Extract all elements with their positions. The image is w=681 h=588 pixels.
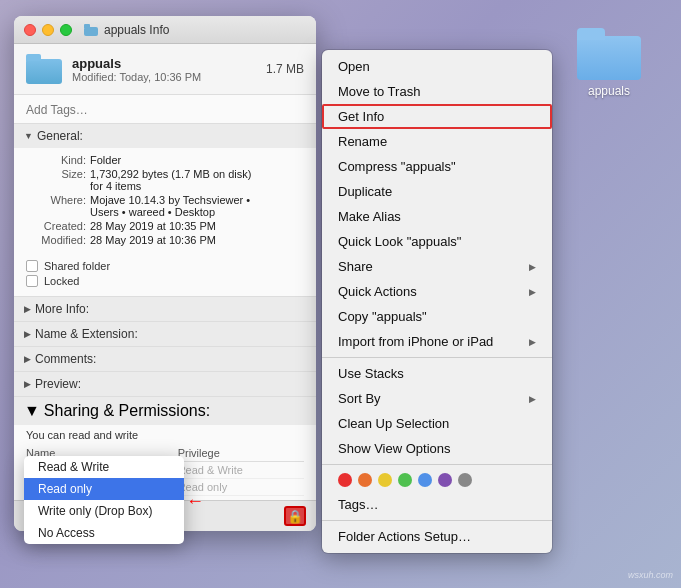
kind-row: Kind: Folder bbox=[26, 154, 304, 166]
sharing-header[interactable]: ▼ Sharing & Permissions: bbox=[14, 397, 316, 425]
ctx-clean-up[interactable]: Clean Up Selection bbox=[322, 411, 552, 436]
color-dot-blue[interactable] bbox=[418, 473, 432, 487]
ctx-sort-by[interactable]: Sort By bbox=[322, 386, 552, 411]
shared-folder-label: Shared folder bbox=[44, 260, 110, 272]
file-info: appuals Modified: Today, 10:36 PM bbox=[72, 56, 256, 83]
folder-icon-large bbox=[26, 54, 62, 84]
general-header[interactable]: ▼ General: bbox=[14, 124, 316, 148]
name-ext-label: Name & Extension: bbox=[35, 327, 138, 341]
perm-priv-0: Read & Write bbox=[178, 464, 304, 476]
bg-folder-label: appuals bbox=[588, 84, 630, 98]
sharing-subtext: You can read and write bbox=[14, 425, 316, 445]
sharing-arrow: ▼ bbox=[24, 402, 40, 420]
window-title: appuals Info bbox=[104, 23, 169, 37]
ctx-open[interactable]: Open bbox=[322, 54, 552, 79]
comments-section[interactable]: ▶ Comments: bbox=[14, 347, 316, 372]
context-menu: Open Move to Trash Get Info Rename Compr… bbox=[322, 50, 552, 553]
ctx-make-alias[interactable]: Make Alias bbox=[322, 204, 552, 229]
ctx-separator-3 bbox=[322, 520, 552, 521]
dropdown-item-readonly[interactable]: Read only bbox=[24, 478, 184, 500]
ctx-separator-2 bbox=[322, 464, 552, 465]
shared-folder-checkbox[interactable] bbox=[26, 260, 38, 272]
more-info-label: More Info: bbox=[35, 302, 89, 316]
general-label: General: bbox=[37, 129, 83, 143]
ctx-copy[interactable]: Copy "appuals" bbox=[322, 304, 552, 329]
modified-val: 28 May 2019 at 10:36 PM bbox=[90, 234, 216, 246]
bg-folder-icon bbox=[577, 28, 641, 80]
kind-key: Kind: bbox=[26, 154, 86, 166]
dropdown-item-writeonly[interactable]: Write only (Drop Box) bbox=[24, 500, 184, 522]
dropdown-item-noaccess[interactable]: No Access bbox=[24, 522, 184, 544]
where-key: Where: bbox=[26, 194, 86, 218]
tags-bar[interactable] bbox=[14, 95, 316, 124]
ctx-move-trash[interactable]: Move to Trash bbox=[322, 79, 552, 104]
ctx-import[interactable]: Import from iPhone or iPad bbox=[322, 329, 552, 354]
color-dot-purple[interactable] bbox=[438, 473, 452, 487]
ctx-get-info[interactable]: Get Info bbox=[322, 104, 552, 129]
ctx-separator-1 bbox=[322, 357, 552, 358]
file-size: 1.7 MB bbox=[266, 62, 304, 76]
size-val: 1,730,292 bytes (1.7 MB on disk) for 4 i… bbox=[90, 168, 251, 192]
modified-key: Modified: bbox=[26, 234, 86, 246]
color-dot-orange[interactable] bbox=[358, 473, 372, 487]
finder-info-window: appuals Info appuals Modified: Today, 10… bbox=[14, 16, 316, 531]
file-name: appuals bbox=[72, 56, 256, 71]
name-ext-arrow: ▶ bbox=[24, 329, 31, 339]
file-modified: Modified: Today, 10:36 PM bbox=[72, 71, 256, 83]
dropdown-item-readwrite[interactable]: Read & Write bbox=[24, 456, 184, 478]
ctx-rename[interactable]: Rename bbox=[322, 129, 552, 154]
general-arrow: ▼ bbox=[24, 131, 33, 141]
col-privilege-header: Privilege bbox=[178, 447, 304, 459]
color-dot-yellow[interactable] bbox=[378, 473, 392, 487]
size-key: Size: bbox=[26, 168, 86, 192]
ctx-quick-actions[interactable]: Quick Actions bbox=[322, 279, 552, 304]
watermark: wsxuh.com bbox=[628, 570, 673, 580]
ctx-folder-actions[interactable]: Folder Actions Setup… bbox=[322, 524, 552, 549]
color-dot-red[interactable] bbox=[338, 473, 352, 487]
kind-val: Folder bbox=[90, 154, 121, 166]
where-row: Where: Mojave 10.14.3 by Techsviewer • U… bbox=[26, 194, 304, 218]
ctx-duplicate[interactable]: Duplicate bbox=[322, 179, 552, 204]
comments-arrow: ▶ bbox=[24, 354, 31, 364]
checkboxes: Shared folder Locked bbox=[14, 256, 316, 296]
preview-section[interactable]: ▶ Preview: bbox=[14, 372, 316, 397]
color-dot-green[interactable] bbox=[398, 473, 412, 487]
close-button[interactable] bbox=[24, 24, 36, 36]
locked-checkbox[interactable] bbox=[26, 275, 38, 287]
indicator-arrow: ← bbox=[186, 491, 204, 512]
name-ext-section[interactable]: ▶ Name & Extension: bbox=[14, 322, 316, 347]
ctx-tags[interactable]: Tags… bbox=[322, 492, 552, 517]
general-content: Kind: Folder Size: 1,730,292 bytes (1.7 … bbox=[14, 148, 316, 256]
general-section: ▼ General: Kind: Folder Size: 1,730,292 … bbox=[14, 124, 316, 297]
locked-row[interactable]: Locked bbox=[26, 275, 304, 287]
ctx-share[interactable]: Share bbox=[322, 254, 552, 279]
file-header: appuals Modified: Today, 10:36 PM 1.7 MB bbox=[14, 44, 316, 95]
color-dot-gray[interactable] bbox=[458, 473, 472, 487]
preview-label: Preview: bbox=[35, 377, 81, 391]
locked-label: Locked bbox=[44, 275, 79, 287]
minimize-button[interactable] bbox=[42, 24, 54, 36]
more-info-arrow: ▶ bbox=[24, 304, 31, 314]
lock-button[interactable]: 🔒 bbox=[284, 506, 306, 526]
where-val: Mojave 10.14.3 by Techsviewer • Users • … bbox=[90, 194, 250, 218]
sharing-label: Sharing & Permissions: bbox=[44, 402, 210, 420]
more-info-section[interactable]: ▶ More Info: bbox=[14, 297, 316, 322]
shared-folder-row[interactable]: Shared folder bbox=[26, 260, 304, 272]
ctx-quick-look[interactable]: Quick Look "appuals" bbox=[322, 229, 552, 254]
title-bar: appuals Info bbox=[14, 16, 316, 44]
color-tags-row bbox=[322, 468, 552, 492]
ctx-compress[interactable]: Compress "appuals" bbox=[322, 154, 552, 179]
created-row: Created: 28 May 2019 at 10:35 PM bbox=[26, 220, 304, 232]
modified-row: Modified: 28 May 2019 at 10:36 PM bbox=[26, 234, 304, 246]
maximize-button[interactable] bbox=[60, 24, 72, 36]
ctx-use-stacks[interactable]: Use Stacks bbox=[322, 361, 552, 386]
comments-label: Comments: bbox=[35, 352, 96, 366]
created-val: 28 May 2019 at 10:35 PM bbox=[90, 220, 216, 232]
created-key: Created: bbox=[26, 220, 86, 232]
privilege-dropdown[interactable]: Read & Write Read only Write only (Drop … bbox=[24, 456, 184, 544]
title-folder-icon bbox=[84, 24, 98, 36]
tags-input[interactable] bbox=[26, 103, 304, 117]
preview-arrow: ▶ bbox=[24, 379, 31, 389]
size-row: Size: 1,730,292 bytes (1.7 MB on disk) f… bbox=[26, 168, 304, 192]
ctx-show-view-options[interactable]: Show View Options bbox=[322, 436, 552, 461]
